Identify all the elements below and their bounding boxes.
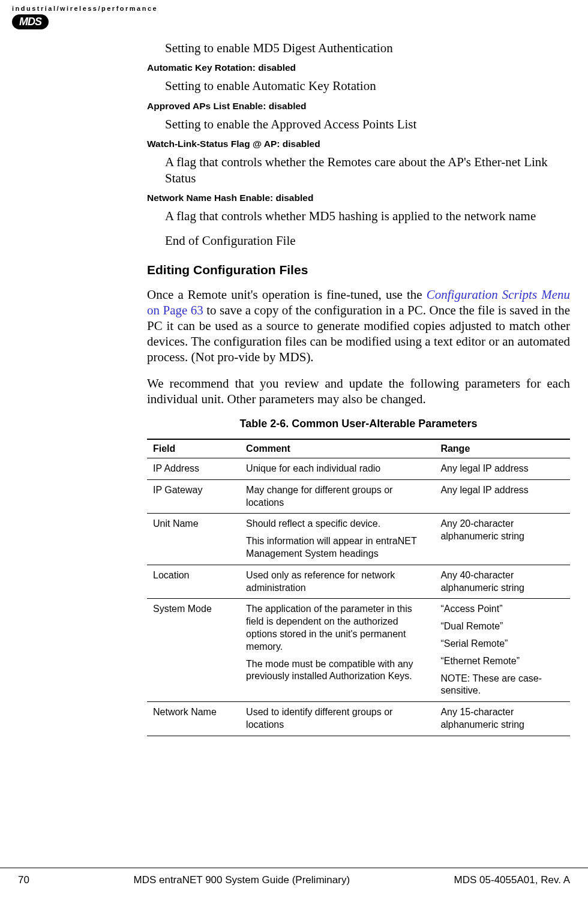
th-field: Field [147,439,240,458]
config-desc-1: Setting to enable Automatic Key Rotation [165,78,570,94]
end-of-file: End of Configuration File [165,233,570,248]
cell-field: System Mode [147,599,240,702]
cell-range: Any legal IP address [434,458,570,480]
config-desc-0: Setting to enable MD5 Digest Authenticat… [165,40,570,56]
footer-docnum: MDS 05-4055A01, Rev. A [454,874,570,886]
para-editing-1: Once a Remote unit's operation is fine-t… [147,287,570,365]
config-label-2: Watch-Link-Status Flag @ AP: disabled [147,139,570,149]
cell-range: Any 20-character alphanumeric string [434,514,570,565]
cell-field: IP Gateway [147,479,240,514]
config-label-1: Approved APs List Enable: disabled [147,101,570,112]
table-header-row: Field Comment Range [147,439,570,458]
para1-post: to save a copy of the configuration in a… [147,303,570,364]
footer-page-number: 70 [18,874,29,886]
cell-field: Location [147,565,240,599]
mds-logo: MDS [12,14,49,29]
cell-field: Unit Name [147,514,240,565]
config-scripts-link[interactable]: Configuration Scripts Menu [427,287,570,302]
cell-comment: May change for different groups or locat… [240,479,434,514]
cell-comment: The application of the parameter in this… [240,599,434,702]
table-row: System ModeThe application of the parame… [147,599,570,702]
config-desc-2: Setting to enable the Approved Access Po… [165,116,570,133]
cell-comment: Unique for each individual radio [240,458,434,480]
page-footer: 70 MDS entraNET 900 System Guide (Prelim… [0,868,588,886]
cell-range: “Access Point”“Dual Remote”“Serial Remot… [434,599,570,702]
header-tagline: industrial/wireless/performance [12,5,588,12]
config-desc-3: A flag that controls whether the Remotes… [165,154,570,187]
parameters-table: Field Comment Range IP AddressUnique for… [147,439,570,736]
th-comment: Comment [240,439,434,458]
page-content: Setting to enable MD5 Digest Authenticat… [0,40,588,736]
config-label-0: Automatic Key Rotation: disabled [147,62,570,73]
cell-field: Network Name [147,702,240,736]
cell-range: Any legal IP address [434,479,570,514]
table-row: LocationUsed only as reference for netwo… [147,565,570,599]
page-header: industrial/wireless/performance MDS [0,0,588,29]
section-heading-editing: Editing Configuration Files [147,263,570,277]
config-label-3: Network Name Hash Enable: disabled [147,193,570,203]
cell-field: IP Address [147,458,240,480]
table-row: Network NameUsed to identify different g… [147,702,570,736]
table-row: IP GatewayMay change for different group… [147,479,570,514]
table-caption: Table 2-6. Common User-Alterable Paramet… [147,418,570,430]
cell-comment: Should reflect a specific device.This in… [240,514,434,565]
para-editing-2: We recommend that you review and update … [147,376,570,407]
cell-comment: Used only as reference for network admin… [240,565,434,599]
config-scripts-link-page[interactable]: on Page 63 [147,303,203,317]
table-row: IP AddressUnique for each individual rad… [147,458,570,480]
cell-range: Any 40-character alphanumeric string [434,565,570,599]
cell-range: Any 15-character alphanumeric string [434,702,570,736]
config-desc-4: A flag that controls whether MD5 hashing… [165,208,570,224]
para1-pre: Once a Remote unit's operation is fine-t… [147,287,427,302]
th-range: Range [434,439,570,458]
cell-comment: Used to identify different groups or loc… [240,702,434,736]
footer-title: MDS entraNET 900 System Guide (Prelimina… [133,874,350,886]
table-row: Unit NameShould reflect a specific devic… [147,514,570,565]
